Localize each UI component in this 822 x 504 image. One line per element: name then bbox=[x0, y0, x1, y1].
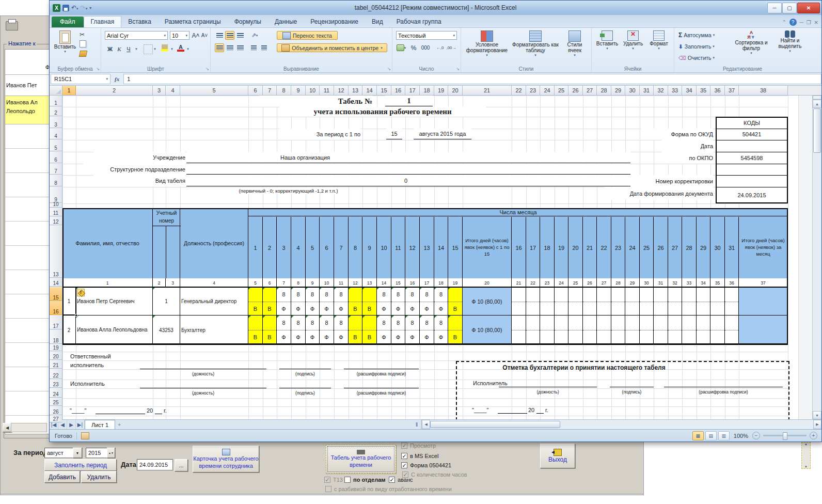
column-header-13[interactable]: 13 bbox=[349, 86, 362, 95]
row-header-4[interactable]: 4 bbox=[50, 129, 62, 139]
zoom-level[interactable]: 100% bbox=[734, 433, 748, 439]
header-day-13[interactable]: 13 bbox=[420, 217, 434, 278]
qat-customize-icon[interactable]: ▾ bbox=[89, 6, 91, 10]
day-cell-12[interactable]: 8Ф bbox=[405, 287, 420, 316]
day-cell-11[interactable]: 8Ф bbox=[391, 287, 405, 316]
zoom-in-icon[interactable]: + bbox=[810, 432, 817, 439]
day-cell-11[interactable]: 8Ф bbox=[391, 316, 405, 344]
shrink-font-icon[interactable]: A˅ bbox=[200, 31, 209, 40]
column-header-29[interactable]: 29 bbox=[611, 86, 625, 95]
undo-icon[interactable]: ↶▾ bbox=[71, 4, 78, 11]
spreadsheet[interactable]: Табель № 1 учета использования рабочего … bbox=[62, 96, 798, 419]
day-cell-empty[interactable] bbox=[568, 316, 583, 344]
day-cell-empty[interactable] bbox=[725, 287, 739, 316]
employee-name[interactable]: Иванова Алла Леопольдовна bbox=[76, 316, 153, 344]
day-cell-empty[interactable] bbox=[597, 316, 611, 344]
zoom-out-icon[interactable]: − bbox=[752, 432, 760, 439]
find-select-button[interactable]: Найти и выделить▾ bbox=[773, 30, 807, 53]
number-dialog-launcher[interactable]: ↘ bbox=[456, 67, 460, 71]
font-dialog-launcher[interactable]: ↘ bbox=[206, 67, 209, 71]
insert-sheet-icon[interactable]: + bbox=[115, 420, 123, 429]
day-cell-empty[interactable] bbox=[611, 316, 625, 344]
header-day-28[interactable]: 28 bbox=[682, 217, 697, 278]
paste-button[interactable]: Вставить▾ bbox=[54, 30, 76, 54]
row-header-6[interactable]: 6 bbox=[50, 152, 62, 163]
align-center-icon[interactable] bbox=[225, 43, 234, 52]
row-header-19[interactable]: 19 bbox=[50, 344, 62, 351]
sig-rasshifrovka-label[interactable]: (расшифровка подписи) bbox=[344, 389, 419, 396]
day-cell-empty[interactable] bbox=[668, 316, 682, 344]
header-dolzh[interactable]: Должность (профессия) bbox=[180, 208, 248, 278]
num-day[interactable]: 12 bbox=[349, 278, 362, 287]
day-cell-5[interactable]: 8Ф bbox=[306, 316, 320, 344]
day-cell-empty[interactable] bbox=[540, 287, 555, 316]
sig-podpis-label[interactable]: (подпись) bbox=[610, 388, 654, 395]
grow-font-icon[interactable]: A˄ bbox=[192, 31, 200, 40]
row-header-15[interactable]: 15 bbox=[50, 287, 62, 301]
day-cell-empty[interactable] bbox=[540, 316, 555, 344]
next-sheet-icon[interactable]: ▶ bbox=[67, 420, 76, 429]
printer-icon[interactable] bbox=[6, 21, 18, 30]
row-header-1[interactable]: 1 bbox=[50, 96, 62, 106]
page-break-view-icon[interactable]: ▥ bbox=[718, 431, 730, 440]
vscroll-split-handle[interactable] bbox=[813, 96, 821, 100]
redo-icon[interactable]: ↷▾ bbox=[81, 4, 88, 11]
header-fio[interactable]: Фамилия, имя, отчество bbox=[62, 208, 153, 278]
column-header-8[interactable]: 8 bbox=[277, 86, 291, 95]
day-cell-empty[interactable] bbox=[555, 316, 568, 344]
num-day[interactable]: 11 bbox=[334, 278, 349, 287]
header-day-8[interactable]: 8 bbox=[349, 217, 362, 278]
period-label[interactable]: За период с 1 по bbox=[279, 129, 360, 140]
fill-color-dropdown[interactable]: ▾ bbox=[170, 44, 174, 53]
sheet-tab[interactable]: Лист 1 bbox=[85, 420, 115, 429]
normal-view-icon[interactable]: ▦ bbox=[692, 431, 704, 440]
day-cell-empty[interactable] bbox=[526, 316, 540, 344]
underline-dropdown[interactable]: ▾ bbox=[134, 44, 138, 53]
date-more-button[interactable]: ... bbox=[175, 459, 188, 471]
cell-styles-button[interactable]: Стили ячеек▾ bbox=[561, 30, 588, 57]
num-total2[interactable]: 37 bbox=[739, 278, 788, 287]
num-day[interactable]: 13 bbox=[362, 278, 377, 287]
day-cell-empty[interactable] bbox=[697, 287, 710, 316]
tab-Главная[interactable]: Главная bbox=[84, 16, 122, 27]
sig-dolzh-label[interactable]: (дожность) bbox=[140, 389, 266, 396]
num-day[interactable]: 16 bbox=[405, 278, 420, 287]
alignment-dialog-launcher[interactable]: ↘ bbox=[387, 67, 391, 71]
day-cell-8[interactable]: В bbox=[349, 287, 362, 316]
kind-label[interactable]: Вид табеля bbox=[93, 175, 185, 186]
header-day-1[interactable]: 1 bbox=[248, 217, 263, 278]
accounting-exec-label[interactable]: Исполнитель bbox=[473, 379, 535, 387]
day-cell-empty[interactable] bbox=[611, 287, 625, 316]
header-day-5[interactable]: 5 bbox=[306, 217, 320, 278]
insert-cells-button[interactable]: Вставить▾ bbox=[595, 30, 620, 51]
collapse-ribbon-icon[interactable]: ⌃ bbox=[782, 20, 786, 25]
day-cell-2[interactable]: В bbox=[263, 287, 277, 316]
column-header-25[interactable]: 25 bbox=[555, 86, 568, 95]
employee-uchet[interactable]: 1 bbox=[153, 287, 180, 316]
day-cell-empty[interactable] bbox=[725, 316, 739, 344]
align-bottom-icon[interactable] bbox=[235, 31, 245, 40]
name-box[interactable]: R15C1▾ bbox=[51, 74, 110, 84]
kind-value[interactable]: 0 bbox=[372, 175, 439, 186]
clear-button[interactable]: ⌫Очистить▾ bbox=[678, 53, 728, 62]
employee-total1[interactable]: Ф 10 (80,00) bbox=[463, 287, 512, 316]
day-cell-10[interactable]: 8Ф bbox=[377, 287, 391, 316]
day-cell-12[interactable]: 8Ф bbox=[405, 316, 420, 344]
format-as-table-button[interactable]: Форматировать как таблицу▾ bbox=[512, 30, 559, 57]
align-left-icon[interactable] bbox=[215, 43, 224, 52]
made-label[interactable]: Дата формирования документа bbox=[605, 187, 713, 200]
vscroll-thumb[interactable] bbox=[813, 108, 821, 153]
vscroll-up-arrow[interactable]: ▲ bbox=[813, 100, 821, 108]
formula-input[interactable]: 1 bbox=[123, 74, 821, 84]
column-header-34[interactable]: 34 bbox=[682, 86, 697, 95]
sig-dolzh-label[interactable]: (дожность) bbox=[499, 388, 597, 395]
title-bar[interactable]: X ↶▾ ↷▾ ▾ tabel_05044212 [Режим совмести… bbox=[50, 1, 821, 15]
bold-button[interactable]: Ж bbox=[106, 44, 114, 53]
column-header-14[interactable]: 14 bbox=[362, 86, 377, 95]
header-day-21[interactable]: 21 bbox=[583, 217, 597, 278]
borders-dropdown[interactable]: ▾ bbox=[153, 44, 157, 53]
employee-num[interactable]: 2 bbox=[62, 316, 76, 344]
sig-dolzh-label[interactable]: (дожность) bbox=[140, 370, 266, 377]
num-u1[interactable]: 2 bbox=[153, 278, 166, 287]
vscroll-down-arrow[interactable]: ▼ bbox=[813, 411, 821, 419]
